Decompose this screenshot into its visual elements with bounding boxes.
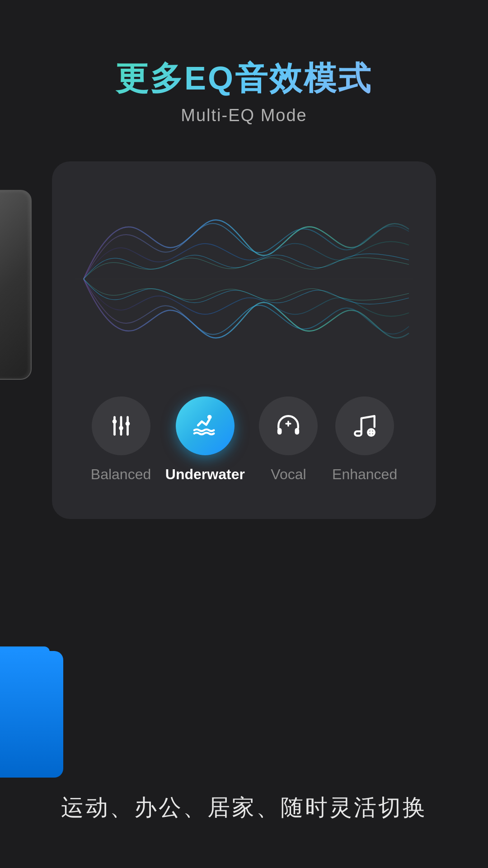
vocal-button[interactable] xyxy=(259,396,318,455)
svg-rect-12 xyxy=(295,428,300,435)
sliders-icon xyxy=(108,413,134,439)
enhanced-button[interactable] xyxy=(335,396,394,455)
page: 更多EQ音效模式 Multi-EQ Mode xyxy=(0,0,488,868)
mode-item-underwater: Underwater xyxy=(165,396,245,483)
vocal-label: Vocal xyxy=(271,466,306,483)
balanced-label: Balanced xyxy=(91,466,151,483)
swim-icon xyxy=(192,413,218,439)
mode-item-enhanced: Enhanced xyxy=(332,396,397,483)
waveform-svg xyxy=(75,189,413,369)
blue-accent xyxy=(0,651,63,778)
underwater-button[interactable] xyxy=(176,396,235,455)
mode-item-vocal: Vocal xyxy=(259,396,318,483)
phone-device xyxy=(0,190,32,380)
waveform-visualization xyxy=(75,189,413,369)
enhanced-label: Enhanced xyxy=(332,466,397,483)
headphone-music-icon xyxy=(275,413,301,439)
title-chinese: 更多EQ音效模式 xyxy=(116,59,372,98)
underwater-label: Underwater xyxy=(165,466,245,483)
mode-item-balanced: Balanced xyxy=(91,396,151,483)
balanced-button[interactable] xyxy=(92,396,150,455)
main-card: Balanced Underwater xyxy=(52,161,436,519)
music-note-plus-icon xyxy=(352,413,378,439)
svg-rect-11 xyxy=(277,428,282,435)
bottom-text: 运动、办公、居家、随时灵活切换 xyxy=(61,793,427,823)
header: 更多EQ音效模式 Multi-EQ Mode xyxy=(116,59,372,125)
modes-container: Balanced Underwater xyxy=(75,396,413,483)
title-english: Multi-EQ Mode xyxy=(116,106,372,125)
